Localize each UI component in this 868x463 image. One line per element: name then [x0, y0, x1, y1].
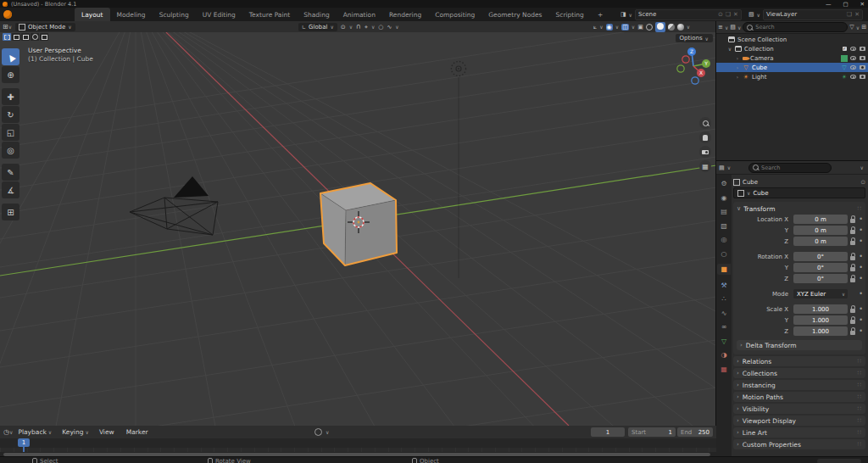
workspace-tab[interactable]: UV Editing — [196, 8, 242, 21]
expand-arrow[interactable]: › — [735, 55, 740, 61]
workspace-tab[interactable]: Geometry Nodes — [481, 8, 548, 21]
value-field[interactable]: 0 m∨ — [793, 237, 848, 246]
timeline-menu-item[interactable]: Playback∨ — [13, 428, 57, 436]
scene-icon[interactable]: ◨ — [620, 11, 626, 18]
workspace-tab[interactable]: Layout — [75, 8, 110, 21]
tool-button[interactable]: ✚ — [2, 88, 19, 105]
snap-magnet-icon[interactable]: ∪ — [356, 23, 361, 31]
outliner-row[interactable]: ∨ Collection — [716, 44, 868, 53]
frame-start-field[interactable]: Start1 — [628, 427, 676, 437]
frame-ruler[interactable] — [0, 438, 716, 448]
lock-icon[interactable] — [850, 309, 855, 313]
properties-tab[interactable]: ∞ — [717, 321, 731, 332]
expand-arrow[interactable]: › — [735, 74, 740, 80]
value-field[interactable]: 1.000∨ — [793, 315, 848, 325]
lock-icon[interactable] — [850, 230, 855, 234]
tweak-select-button[interactable] — [3, 33, 11, 41]
pin-icon[interactable]: ⊙ — [718, 11, 723, 18]
current-frame-field[interactable]: 1 — [591, 427, 625, 437]
circle-select-button[interactable] — [31, 33, 39, 41]
properties-tab[interactable]: ∿ — [717, 308, 731, 319]
hide-viewport-icon[interactable] — [850, 65, 856, 70]
timeline-menu-item[interactable]: Marker — [121, 428, 155, 436]
snap-target-icon[interactable]: ⌖ — [364, 24, 368, 31]
perspective-toggle-button[interactable]: ▦ — [699, 160, 711, 172]
animate-dot-icon[interactable]: • — [858, 327, 864, 335]
collapsed-panel[interactable]: ›Relations ∷ — [733, 356, 865, 366]
collapsed-panel[interactable]: ›Visibility ∷ — [733, 404, 865, 414]
tool-button[interactable]: ✎ — [2, 164, 19, 181]
expand-arrow[interactable]: › — [735, 64, 740, 70]
hide-viewport-icon[interactable] — [850, 75, 856, 79]
collapsed-panel[interactable]: ›Custom Properties ∷ — [733, 439, 865, 449]
xray-icon[interactable]: ▣ — [637, 24, 643, 31]
outliner-row[interactable]: › Camera — [716, 53, 868, 63]
tool-button[interactable]: ↻ — [2, 106, 19, 123]
workspace-tab[interactable]: Compositing — [428, 8, 481, 21]
orientation-dropdown[interactable]: ∟ Global∨ — [298, 23, 337, 31]
pan-viewport-button[interactable] — [699, 131, 711, 143]
tool-button[interactable]: ∡ — [2, 181, 19, 198]
hide-viewport-icon[interactable] — [850, 47, 856, 51]
animate-dot-icon[interactable]: • — [858, 253, 864, 260]
properties-tab[interactable]: ∴ — [717, 293, 731, 304]
mode-dropdown[interactable]: Object Mode∨ — [15, 23, 75, 31]
disable-render-icon[interactable] — [860, 65, 865, 70]
animate-dot-icon[interactable]: • — [858, 226, 864, 234]
blender-menu-icon[interactable] — [3, 10, 12, 19]
falloff-icon[interactable]: ∿ — [387, 24, 392, 31]
lock-icon[interactable] — [850, 320, 855, 324]
properties-editor-icon[interactable]: ▤ — [719, 165, 725, 171]
animate-dot-icon[interactable]: • — [858, 290, 864, 298]
viewport-3d[interactable]: Z Y X User Perspective (1) Collection | … — [0, 32, 716, 426]
outliner-row[interactable]: › Cube — [716, 63, 868, 72]
collection-checkbox[interactable] — [843, 47, 847, 51]
animate-dot-icon[interactable]: • — [858, 215, 864, 223]
properties-tab[interactable]: ▦ — [717, 364, 731, 375]
display-mode-icon[interactable]: ≡ — [718, 24, 723, 31]
properties-search[interactable] — [748, 163, 832, 173]
viewlayer-selector[interactable]: ViewLayer ❏ ✕ — [763, 9, 863, 20]
properties-search-input[interactable] — [761, 165, 827, 171]
outliner-row[interactable]: Scene Collection — [716, 35, 868, 44]
value-field[interactable]: 0 m∨ — [793, 215, 848, 224]
value-field[interactable]: 0°∨ — [793, 274, 848, 283]
navigation-gizmo[interactable]: Z Y X — [677, 47, 710, 84]
extend-select-button[interactable] — [21, 33, 30, 41]
show-overlays-icon[interactable]: ◉ — [606, 24, 613, 31]
outliner-filter-icon[interactable]: ▧ — [730, 24, 736, 31]
scene-selector[interactable]: Scene ⊙ ❏ ✕ — [635, 9, 742, 20]
minimize-button[interactable]: — — [826, 1, 832, 8]
lock-icon[interactable] — [850, 241, 855, 245]
tool-button[interactable]: ⊕ — [2, 66, 19, 83]
camera-view-button[interactable] — [699, 146, 711, 158]
shading-material-icon[interactable] — [668, 24, 675, 31]
shading-solid-icon[interactable] — [655, 22, 665, 32]
transform-panel-header[interactable]: ∨ Transform ∷ — [735, 204, 864, 214]
frame-end-field[interactable]: End250 — [677, 427, 713, 437]
animate-dot-icon[interactable]: • — [858, 305, 864, 313]
shading-rendered-icon[interactable] — [677, 24, 684, 31]
workspace-tab[interactable]: + — [591, 8, 609, 21]
tool-button[interactable]: ◱ — [2, 124, 19, 141]
pin-id-icon[interactable]: ⊙ — [860, 179, 865, 186]
lock-icon[interactable] — [850, 278, 855, 282]
workspace-tab[interactable]: Texture Paint — [242, 8, 297, 21]
xray-toggle-icon[interactable]: ◫ — [621, 24, 629, 31]
collapsed-panel[interactable]: ›Instancing ∷ — [733, 380, 865, 390]
workspace-tab[interactable]: Shading — [297, 8, 336, 21]
value-field[interactable]: XYZ Euler∨ — [793, 289, 848, 298]
value-field[interactable]: 0 m∨ — [793, 226, 848, 235]
filter-funnel-icon[interactable]: ▽ — [849, 24, 854, 31]
value-field[interactable]: 0°∨ — [793, 252, 848, 261]
properties-options-icon[interactable]: ∨ — [860, 165, 864, 170]
properties-tab[interactable]: ▧ — [717, 220, 731, 232]
workspace-tab[interactable]: Animation — [337, 8, 382, 21]
tool-button[interactable]: ◎ — [2, 142, 19, 159]
workspace-tab[interactable]: Sculpting — [153, 8, 196, 21]
lock-icon[interactable] — [850, 331, 855, 335]
outliner-search-input[interactable] — [755, 24, 843, 31]
viewlayer-icon[interactable]: ▧ — [748, 11, 754, 18]
show-gizmos-icon[interactable]: ⟀ — [593, 24, 597, 31]
properties-tab[interactable]: ■ — [717, 264, 731, 275]
